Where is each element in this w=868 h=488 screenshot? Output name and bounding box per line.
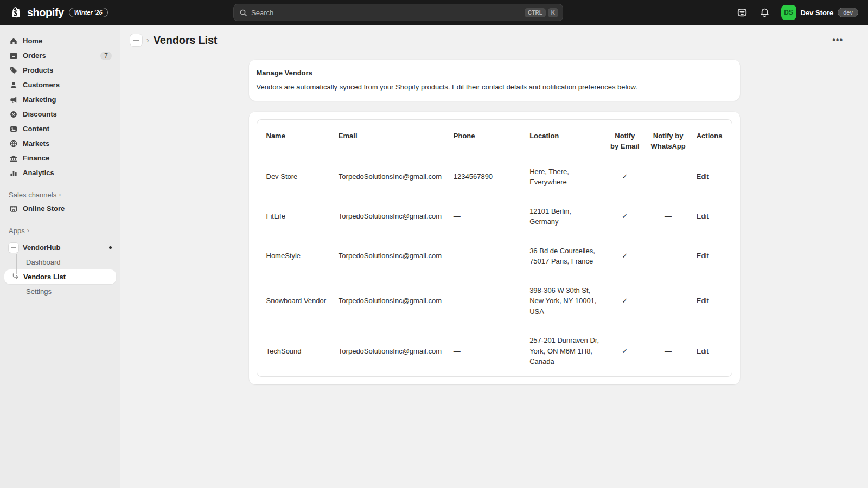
sidebar-item-dashboard[interactable]: Dashboard [4, 255, 116, 269]
sidebar-item-customers[interactable]: Customers [4, 78, 116, 92]
sidebar-item-online-store[interactable]: Online Store [4, 201, 116, 216]
col-header-notify-whatsapp: Notify by WhatsApp [645, 120, 691, 157]
vendor-phone-cell: — [448, 276, 524, 326]
search-wrap: Search CTRL K [233, 4, 563, 21]
col-header-email: Email [333, 120, 448, 157]
notification-dot [109, 246, 112, 249]
vendor-row: HomeStyle TorpedoSolutionsInc@gmail.com … [257, 236, 732, 276]
sidebar-item-marketing[interactable]: Marketing [4, 92, 116, 107]
sidebar-item-vendors-list[interactable]: Vendors List [4, 269, 116, 284]
vendors-table-card: Name Email Phone Location Notify by Emai… [249, 112, 740, 384]
vendor-email-cell: TorpedoSolutionsInc@gmail.com [333, 157, 448, 197]
sidebar-item-analytics[interactable]: Analytics [4, 165, 116, 180]
vendor-phone-cell: — [448, 326, 524, 376]
notify-whatsapp-dash: — [645, 236, 691, 276]
vendor-name-cell: HomeStyle [257, 236, 333, 276]
col-header-actions: Actions [691, 120, 732, 157]
vendor-row: FitLife TorpedoSolutionsInc@gmail.com — … [257, 197, 732, 236]
sidebar-item-products[interactable]: Products [4, 63, 116, 78]
col-header-location: Location [524, 120, 604, 157]
search-placeholder: Search [251, 9, 522, 17]
notifications-bell-button[interactable] [756, 4, 774, 21]
vendor-location-cell: 36 Bd de Courcelles, 75017 Paris, France [524, 236, 604, 276]
search-icon [239, 9, 247, 17]
orders-count-badge: 7 [100, 52, 112, 60]
main-content: › Vendors List ••• Manage Vendors Vendor… [120, 25, 868, 488]
kbd-ctrl: CTRL [525, 8, 546, 17]
col-header-notify-email: Notify by Email [604, 120, 645, 157]
breadcrumb-chevron-icon: › [146, 36, 149, 44]
store-menu[interactable]: DS Dev Store dev [779, 3, 860, 22]
notify-whatsapp-dash: — [645, 276, 691, 326]
dev-mode-button[interactable] [733, 4, 751, 21]
discount-icon [9, 110, 18, 119]
sidebar-item-home[interactable]: Home [4, 34, 116, 48]
store-name: Dev Store [801, 9, 834, 17]
tag-icon [9, 66, 18, 75]
release-badge[interactable]: Winter '26 [69, 8, 108, 17]
vendors-table: Name Email Phone Location Notify by Emai… [257, 120, 732, 376]
overflow-menu-button[interactable]: ••• [829, 34, 846, 47]
vendor-email-cell: TorpedoSolutionsInc@gmail.com [333, 197, 448, 236]
edit-vendor-button[interactable]: Edit [697, 347, 709, 355]
apps-section[interactable]: Apps › [4, 224, 116, 237]
edit-vendor-button[interactable]: Edit [697, 297, 709, 305]
notify-email-check: ✓ [604, 326, 645, 376]
notify-email-check: ✓ [604, 157, 645, 197]
sidebar-item-content[interactable]: Content [4, 121, 116, 136]
vendor-location-cell: 257-201 Dunraven Dr, York, ON M6M 1H8, C… [524, 326, 604, 376]
edit-vendor-button[interactable]: Edit [697, 212, 709, 220]
chevron-right-icon: › [59, 191, 61, 198]
storefront-icon [9, 204, 18, 213]
page-title: Vendors List [154, 34, 218, 47]
vendor-phone-cell: — [448, 236, 524, 276]
vendor-name-cell: FitLife [257, 197, 333, 236]
sidebar-item-finance[interactable]: Finance [4, 151, 116, 165]
sidebar-item-vendorhub[interactable]: VendorHub [4, 240, 116, 255]
notify-whatsapp-dash: — [645, 157, 691, 197]
image-icon [9, 124, 18, 133]
notify-email-check: ✓ [604, 236, 645, 276]
sidebar-item-discounts[interactable]: Discounts [4, 107, 116, 121]
topbar-right: DS Dev Store dev [563, 3, 868, 22]
env-badge: dev [838, 8, 858, 17]
card-description: Vendors are automatically synced from yo… [257, 83, 732, 91]
bar-chart-icon [9, 168, 18, 177]
shopify-bag-icon [9, 6, 22, 20]
col-header-name: Name [257, 120, 333, 157]
vendor-location-cell: 398-306 W 30th St, New York, NY 10001, U… [524, 276, 604, 326]
person-icon [9, 80, 18, 89]
vendor-email-cell: TorpedoSolutionsInc@gmail.com [333, 236, 448, 276]
megaphone-icon [9, 95, 18, 104]
sidebar-item-markets[interactable]: Markets [4, 136, 116, 151]
store-avatar: DS [781, 5, 796, 20]
vendor-row: Dev Store TorpedoSolutionsInc@gmail.com … [257, 157, 732, 197]
search-input[interactable]: Search CTRL K [233, 4, 563, 21]
vendor-name-cell: TechSound [257, 326, 333, 376]
sidebar-item-orders[interactable]: Orders 7 [4, 48, 116, 63]
orders-icon [9, 51, 18, 60]
sidebar-item-settings[interactable]: Settings [4, 284, 116, 299]
shopify-logo[interactable]: shopify Winter '26 [0, 6, 233, 20]
vendor-location-cell: Here, There, Everywhere [524, 157, 604, 197]
sidebar: Home Orders 7 Products Customers Marketi… [0, 25, 120, 488]
card-title: Manage Vendors [257, 69, 732, 77]
vendorhub-app-icon [9, 243, 18, 253]
sales-channels-section[interactable]: Sales channels › [4, 188, 116, 201]
chevron-right-icon: › [27, 227, 29, 234]
brand-wordmark: shopify [27, 7, 64, 19]
vendor-name-cell: Snowboard Vendor [257, 276, 333, 326]
edit-vendor-button[interactable]: Edit [697, 252, 709, 260]
bank-icon [9, 153, 18, 163]
notify-whatsapp-dash: — [645, 197, 691, 236]
manage-vendors-card: Manage Vendors Vendors are automatically… [249, 60, 740, 101]
kbd-k: K [548, 8, 558, 17]
breadcrumb-app-icon[interactable] [130, 34, 142, 46]
vendor-location-cell: 12101 Berlin, Germany [524, 197, 604, 236]
tree-connector-line [16, 254, 17, 274]
edit-vendor-button[interactable]: Edit [697, 172, 709, 181]
vendor-phone-cell: 1234567890 [448, 157, 524, 197]
globe-icon [9, 139, 18, 148]
topbar: shopify Winter '26 Search CTRL K [0, 0, 868, 25]
vendor-email-cell: TorpedoSolutionsInc@gmail.com [333, 326, 448, 376]
